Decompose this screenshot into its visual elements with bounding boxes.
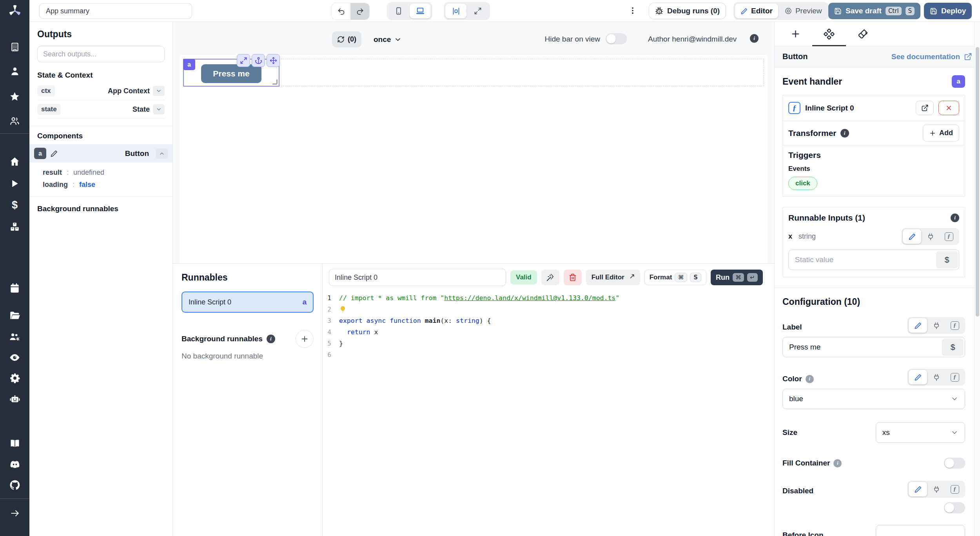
- add-background-runnable-button[interactable]: [296, 330, 314, 348]
- ctx-key-badge: ctx: [37, 85, 55, 96]
- label-value-input[interactable]: [782, 337, 965, 357]
- full-editor-button[interactable]: Full Editor: [586, 270, 640, 285]
- size-select[interactable]: xs: [876, 422, 965, 443]
- deploy-button[interactable]: Deploy: [924, 3, 972, 19]
- ctx-expand-button[interactable]: [153, 86, 165, 96]
- sidebar-item-workers[interactable]: [0, 328, 29, 345]
- attached-script-row[interactable]: ƒ Inline Script 0: [783, 95, 965, 121]
- state-expand-button[interactable]: [153, 104, 165, 114]
- hide-bar-toggle[interactable]: [606, 33, 627, 44]
- eval-mode-button[interactable]: ƒ: [946, 318, 964, 333]
- tab-component-settings[interactable]: [823, 28, 835, 40]
- eval-mode-button[interactable]: ƒ: [946, 370, 964, 384]
- sidebar-item-favorites[interactable]: [0, 88, 29, 105]
- more-options-button[interactable]: [628, 5, 637, 16]
- add-transformer-button[interactable]: Add: [923, 125, 959, 141]
- tab-editor[interactable]: Editor: [735, 4, 778, 18]
- tab-insert-component[interactable]: [789, 28, 801, 40]
- sidebar-item-audit-logs[interactable]: [0, 349, 29, 366]
- static-mode-button[interactable]: [909, 318, 927, 333]
- script-name-input[interactable]: [329, 269, 506, 286]
- connect-mode-button[interactable]: [927, 318, 946, 333]
- see-documentation-link[interactable]: See documentation: [891, 53, 972, 61]
- center-canvas-button[interactable]: [445, 4, 466, 18]
- static-mode-button[interactable]: [909, 482, 927, 496]
- sidebar-item-resources[interactable]: [0, 218, 29, 235]
- sidebar-item-settings[interactable]: [0, 369, 29, 387]
- delete-script-button[interactable]: [564, 270, 582, 285]
- ai-assistant-button[interactable]: [541, 270, 559, 285]
- windmill-logo[interactable]: [0, 2, 29, 20]
- state-row[interactable]: state State: [37, 100, 165, 119]
- author-info-icon[interactable]: i: [750, 34, 759, 43]
- desktop-view-button[interactable]: [410, 4, 431, 18]
- color-select[interactable]: blue: [782, 389, 965, 409]
- runnable-inputs-info-icon[interactable]: i: [951, 214, 959, 222]
- runnable-item-inline-script-0[interactable]: Inline Script 0 a: [181, 292, 314, 313]
- tab-styling[interactable]: [857, 28, 869, 40]
- refresh-mode-dropdown[interactable]: once: [374, 31, 402, 47]
- static-mode-button[interactable]: [909, 370, 927, 384]
- transformer-info-icon[interactable]: i: [840, 129, 849, 138]
- before-icon-input[interactable]: [876, 525, 965, 536]
- expand-canvas-button[interactable]: [467, 4, 488, 18]
- fill-container-info-icon[interactable]: i: [833, 459, 842, 467]
- move-handle[interactable]: [267, 54, 280, 67]
- save-draft-button[interactable]: Save draft Ctrl S: [828, 3, 920, 19]
- undo-button[interactable]: [332, 3, 350, 20]
- redo-button[interactable]: [350, 3, 369, 20]
- debug-runs-button[interactable]: Debug runs (0): [649, 3, 726, 19]
- dollar-insert-button[interactable]: $: [942, 339, 964, 356]
- fill-container-toggle[interactable]: [944, 458, 965, 469]
- input-x-row: x string ƒ: [783, 223, 965, 245]
- run-button[interactable]: Run ⌘ ↵: [711, 270, 763, 285]
- sidebar-item-user[interactable]: [0, 63, 29, 80]
- static-mode-button[interactable]: [903, 229, 921, 244]
- selected-component-cell[interactable]: a Press me: [183, 59, 279, 87]
- sidebar-item-variables[interactable]: $: [0, 196, 29, 214]
- disabled-toggle[interactable]: [944, 502, 965, 513]
- sidebar-item-workspace[interactable]: [0, 38, 29, 56]
- component-collapse-button[interactable]: [156, 148, 168, 159]
- ctx-row[interactable]: ctx App Context: [37, 82, 165, 100]
- app-grid[interactable]: a Press me: [180, 55, 767, 263]
- sidebar-item-schedules[interactable]: [0, 279, 29, 297]
- static-value-input[interactable]: [788, 250, 959, 270]
- sidebar-item-docs[interactable]: [0, 435, 29, 452]
- refresh-count-button[interactable]: (0): [332, 31, 361, 47]
- scrollbar-thumb[interactable]: [976, 47, 979, 317]
- sidebar-item-home[interactable]: [0, 153, 29, 170]
- sidebar-item-runs[interactable]: [0, 175, 29, 192]
- outputs-search-input[interactable]: [37, 46, 165, 62]
- dollar-insert-button[interactable]: $: [936, 251, 958, 268]
- connect-mode-button[interactable]: [927, 482, 946, 496]
- eval-mode-button[interactable]: ƒ: [946, 482, 964, 496]
- format-button[interactable]: Format ⌘ S: [644, 270, 706, 285]
- detach-script-button[interactable]: [938, 101, 959, 115]
- eval-mode-button[interactable]: ƒ: [940, 229, 958, 244]
- mobile-view-button[interactable]: [388, 4, 409, 18]
- code-area[interactable]: 1// import * as wmill from "https://deno…: [323, 290, 774, 360]
- component-row-a[interactable]: a Button: [29, 144, 172, 163]
- sidebar-item-github[interactable]: [0, 476, 29, 494]
- tab-preview[interactable]: Preview: [779, 4, 828, 18]
- expand-handle[interactable]: [237, 54, 250, 67]
- anchor-handle[interactable]: [252, 54, 265, 67]
- panel-scrollbar[interactable]: [974, 22, 980, 536]
- sidebar-item-groups[interactable]: [0, 112, 29, 129]
- sidebar-item-ai[interactable]: [0, 391, 29, 408]
- sidebar-collapse-button[interactable]: [0, 505, 29, 522]
- color-info-icon[interactable]: i: [806, 375, 814, 383]
- trash-icon: [569, 273, 577, 281]
- editor-tab-label: Editor: [751, 7, 773, 15]
- app-summary-input[interactable]: [39, 3, 192, 19]
- bg-runnables-info-icon[interactable]: i: [267, 335, 275, 343]
- open-script-button[interactable]: [916, 101, 934, 115]
- sidebar-item-folders[interactable]: [0, 307, 29, 324]
- sidebar-item-discord[interactable]: [0, 456, 29, 473]
- app-summary-field[interactable]: [39, 3, 192, 19]
- function-icon: ƒ: [788, 102, 800, 114]
- connect-mode-button[interactable]: [927, 370, 946, 384]
- resize-handle[interactable]: [272, 80, 278, 85]
- connect-mode-button[interactable]: [921, 229, 940, 244]
